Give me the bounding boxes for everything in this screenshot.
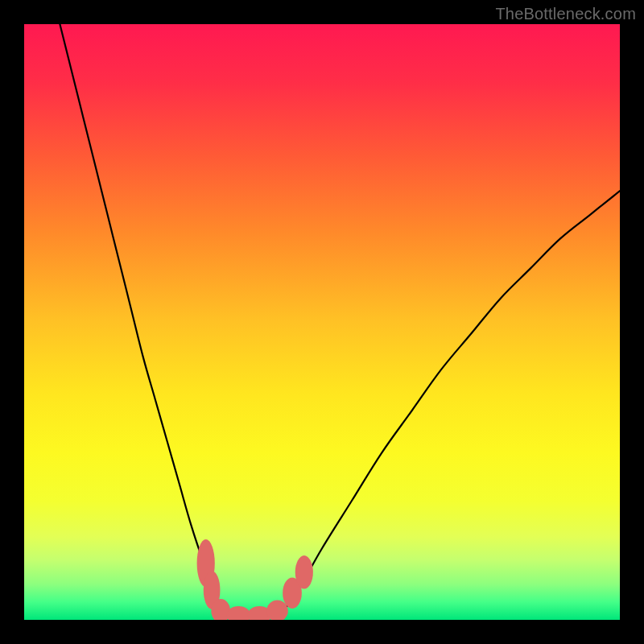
- curve-markers: [197, 539, 313, 620]
- chart-frame: TheBottleneck.com: [0, 0, 644, 644]
- watermark-text: TheBottleneck.com: [495, 5, 636, 23]
- marker-dot: [227, 606, 251, 620]
- marker-dot: [295, 555, 313, 588]
- marker-dot: [266, 601, 288, 620]
- bottleneck-curve: [60, 24, 620, 617]
- plot-area: [24, 24, 620, 620]
- chart-svg: [24, 24, 620, 620]
